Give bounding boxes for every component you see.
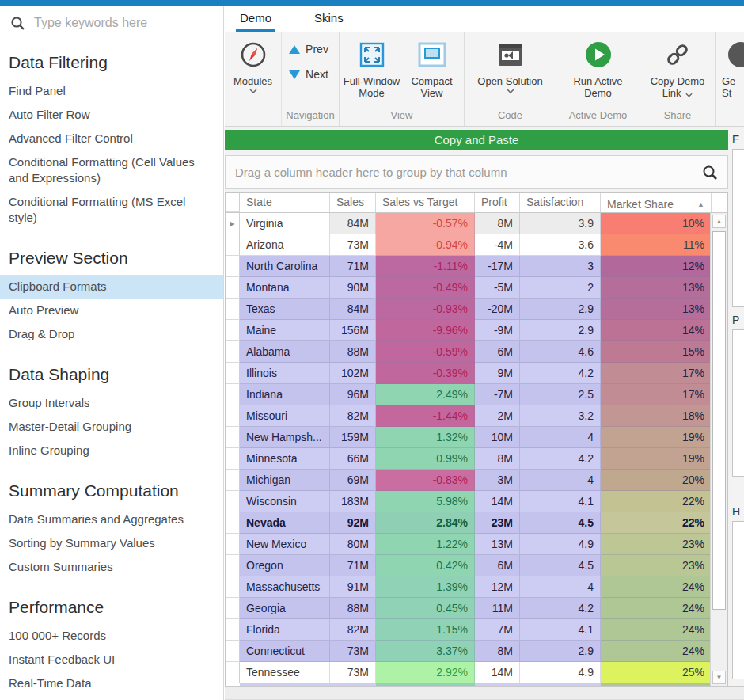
grid-cell[interactable]: Arizona	[240, 234, 330, 256]
grid-cell[interactable]: 18%	[601, 405, 712, 427]
grid-cell[interactable]: 90M	[330, 277, 376, 299]
grid-cell[interactable]: 0.99%	[376, 448, 475, 470]
grid-cell[interactable]: Connecticut	[240, 641, 330, 662]
sidebar-item-master-detail-grouping[interactable]: Master-Detail Grouping	[0, 415, 223, 439]
grid-cell[interactable]: 80M	[330, 534, 376, 555]
grid-cell[interactable]: 22%	[601, 512, 712, 534]
table-row[interactable]: New Hampsh...159M1.32%10M419%	[226, 427, 727, 448]
grid-search-icon[interactable]	[702, 165, 718, 181]
grid-cell[interactable]: 4.5	[520, 512, 601, 534]
grid-cell[interactable]: 11M	[475, 598, 520, 619]
grid-cell[interactable]: 8M	[475, 213, 520, 234]
table-row[interactable]: New Mexico80M1.22%13M4.923%	[226, 534, 727, 555]
grid-cell[interactable]: -9M	[475, 320, 520, 341]
sidebar-item-grid-server-mode[interactable]: Grid Server Mode	[0, 695, 223, 700]
grid-cell[interactable]: -0.39%	[376, 363, 475, 384]
prev-button[interactable]: Prev	[289, 43, 328, 55]
open-solution-button[interactable]: Open Solution	[467, 36, 554, 109]
grid-cell[interactable]: 3.2	[520, 405, 601, 427]
grid-cell[interactable]: Montana	[240, 277, 330, 299]
grid-cell[interactable]: 82M	[330, 619, 376, 641]
grid-cell[interactable]: 25%	[601, 662, 712, 683]
grid-cell[interactable]: 3.6	[520, 234, 601, 256]
grid-cell[interactable]: 14%	[601, 320, 712, 341]
grid-cell[interactable]: 10M	[475, 427, 520, 448]
grid-cell[interactable]: 10%	[601, 213, 712, 234]
grid-cell[interactable]: 15%	[601, 341, 712, 363]
grid-cell[interactable]: 82M	[330, 405, 376, 427]
grid-cell[interactable]: 3.9	[520, 213, 601, 234]
grid-cell[interactable]: 8M	[475, 448, 520, 470]
grid-cell[interactable]: 2.9	[520, 299, 601, 320]
sidebar-item-real-time-data[interactable]: Real-Time Data	[0, 671, 223, 695]
table-row[interactable]: Minnesota66M0.99%8M4.219%	[226, 448, 727, 470]
sidebar-item-inline-grouping[interactable]: Inline Grouping	[0, 439, 223, 462]
grid-cell[interactable]: 17%	[601, 363, 712, 384]
table-row[interactable]: Texas84M-0.93%-20M2.913%	[226, 299, 727, 320]
grid-cell[interactable]: 84M	[330, 299, 376, 320]
scrollbar-thumb[interactable]	[712, 231, 726, 610]
grid-cell[interactable]: 4.6	[520, 341, 601, 363]
grid-cell[interactable]: 2	[520, 277, 601, 299]
grid-cell[interactable]: 6M	[475, 555, 520, 576]
vertical-scrollbar[interactable]: ▲ ▼	[710, 213, 727, 686]
grid-cell[interactable]: 4.9	[520, 534, 601, 555]
tab-skins[interactable]: Skins	[310, 6, 347, 32]
grid-cell[interactable]: Alabama	[240, 341, 330, 363]
compact-view-button[interactable]: Compact View	[402, 36, 462, 109]
grid-cell[interactable]: 2M	[475, 405, 520, 427]
grid-cell[interactable]: Michigan	[240, 470, 330, 491]
grid-cell[interactable]: 4	[520, 470, 601, 491]
grid-cell[interactable]: 4.9	[520, 662, 601, 683]
grid-cell[interactable]: 4.1	[520, 619, 601, 641]
sidebar-item-sorting-by-summary-values[interactable]: Sorting by Summary Values	[0, 531, 223, 555]
grid-cell[interactable]: 20%	[601, 470, 712, 491]
column-header-sales-vs-target[interactable]: Sales vs Target	[376, 193, 475, 212]
grid-cell[interactable]: 4	[520, 427, 601, 448]
table-row[interactable]: Wisconsin183M5.98%14M4.122%	[226, 491, 727, 512]
sidebar-item-auto-preview[interactable]: Auto Preview	[0, 299, 223, 322]
table-row[interactable]: Illinois102M-0.39%9M4.217%	[226, 363, 727, 384]
table-row[interactable]: Florida82M1.15%7M4.124%	[226, 619, 727, 641]
grid-cell[interactable]: 69M	[330, 470, 376, 491]
grid-cell[interactable]: 12%	[601, 256, 712, 277]
grid-cell[interactable]: 2.92%	[376, 662, 475, 683]
grid-cell[interactable]: 19%	[601, 448, 712, 470]
grid-cell[interactable]: 23M	[475, 512, 520, 534]
sidebar-item-custom-summaries[interactable]: Custom Summaries	[0, 555, 223, 579]
grid-cell[interactable]: 71M	[330, 555, 376, 576]
grid-cell[interactable]: North Carolina	[240, 256, 330, 277]
table-row[interactable]: Missouri82M-1.44%2M3.218%	[226, 405, 727, 427]
table-row[interactable]: Alabama88M-0.59%6M4.615%	[226, 341, 727, 363]
grid-cell[interactable]: 2.5	[520, 384, 601, 405]
sidebar-item-drag-drop[interactable]: Drag & Drop	[0, 322, 223, 346]
grid-cell[interactable]: Illinois	[240, 363, 330, 384]
sidebar-item-advanced-filter-control[interactable]: Advanced Filter Control	[0, 127, 223, 150]
column-header-state[interactable]: State	[240, 193, 330, 212]
grid-cell[interactable]: New Mexico	[240, 534, 330, 555]
column-header-profit[interactable]: Profit	[475, 193, 520, 212]
grid-cell[interactable]: 24%	[601, 619, 712, 641]
grid-cell[interactable]: Virginia	[240, 213, 330, 234]
grid-cell[interactable]: -1.11%	[376, 256, 475, 277]
grid-cell[interactable]: 96M	[330, 384, 376, 405]
grid-cell[interactable]: -7M	[475, 384, 520, 405]
modules-button[interactable]: Modules	[225, 36, 281, 109]
grid-cell[interactable]: 24%	[601, 641, 712, 662]
grid-cell[interactable]: -4M	[475, 234, 520, 256]
table-row[interactable]: Nevada92M2.84%23M4.522%	[226, 512, 727, 534]
grid-cell[interactable]: -0.57%	[376, 213, 475, 234]
grid-cell[interactable]: -0.83%	[376, 470, 475, 491]
grid-cell[interactable]: -0.94%	[376, 234, 475, 256]
grid-cell[interactable]: 2.84%	[376, 512, 475, 534]
grid-cell[interactable]: 7M	[475, 619, 520, 641]
grid-cell[interactable]: 11%	[601, 234, 712, 256]
table-row[interactable]: Michigan69M-0.83%3M420%	[226, 470, 727, 491]
run-active-demo-button[interactable]: Run Active Demo	[559, 36, 638, 109]
grid-cell[interactable]: 4.2	[520, 363, 601, 384]
grid-cell[interactable]: 183M	[330, 491, 376, 512]
grid-cell[interactable]: Nevada	[240, 512, 330, 534]
tab-demo[interactable]: Demo	[236, 6, 275, 32]
grid-cell[interactable]: 2.9	[520, 320, 601, 341]
sidebar-item-find-panel[interactable]: Find Panel	[0, 79, 223, 103]
